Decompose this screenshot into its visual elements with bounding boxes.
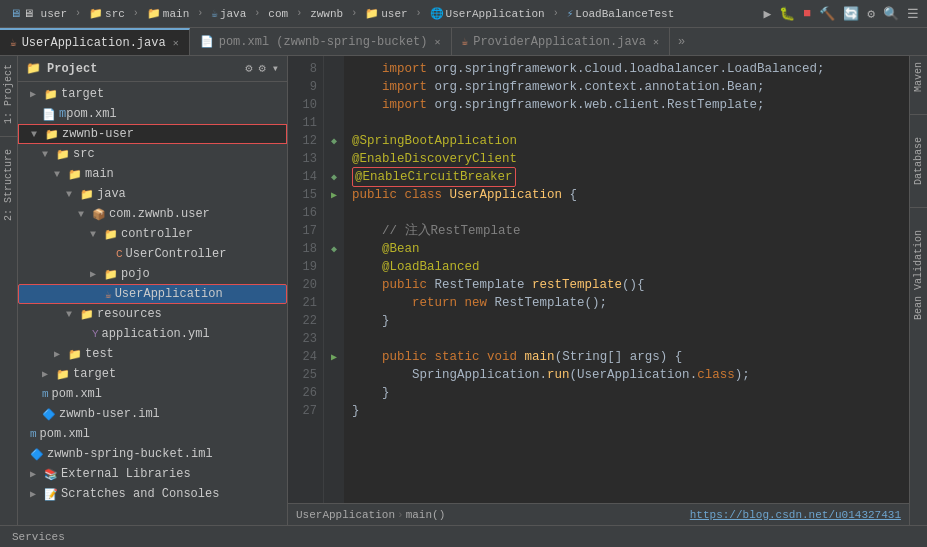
gutter-8 <box>324 60 344 78</box>
folder-ctrl-icon: 📁 <box>104 228 118 241</box>
ln-9: 9 <box>288 78 317 96</box>
sync-button[interactable]: 🔄 <box>841 4 861 24</box>
tree-item-java[interactable]: ▼ 📁 java <box>18 184 287 204</box>
ln-23: 23 <box>288 330 317 348</box>
tab-provider-application[interactable]: ☕ ProviderApplication.java ✕ <box>452 28 670 55</box>
toolbar-breadcrumb-java[interactable]: ☕ java <box>207 5 250 22</box>
structure-panel-label[interactable]: 2: Structure <box>3 149 14 221</box>
toolbar-breadcrumb-app[interactable]: 🌐 UserApplication <box>426 5 549 22</box>
yml-icon: Y <box>92 328 99 340</box>
tab-close-pom[interactable]: ✕ <box>435 36 441 48</box>
tree-item-zwwnb-user[interactable]: ▼ 📁 zwwnb-user <box>18 124 287 144</box>
ln-13: 13 <box>288 150 317 168</box>
services-tab[interactable]: Services <box>8 529 69 545</box>
tree-item-main[interactable]: ▼ 📁 main <box>18 164 287 184</box>
database-panel-label[interactable]: Database <box>913 137 924 185</box>
ln-21: 21 <box>288 294 317 312</box>
folder-pojo-icon: 📁 <box>104 268 118 281</box>
ln-8: 8 <box>288 60 317 78</box>
code-line-13: @EnableDiscoveryClient <box>352 150 901 168</box>
gutter-9 <box>324 78 344 96</box>
ln-27: 27 <box>288 402 317 420</box>
csdn-url[interactable]: https://blog.csdn.net/u014327431 <box>690 509 901 521</box>
code-line-22: } <box>352 312 901 330</box>
code-line-8: import org.springframework.cloud.loadbal… <box>352 60 901 78</box>
tab-close-provider[interactable]: ✕ <box>653 36 659 48</box>
editor-tab-bar: ☕ UserApplication.java ✕ 📄 pom.xml (zwwn… <box>0 28 927 56</box>
tab-pom-xml[interactable]: 📄 pom.xml (zwwnb-spring-bucket) ✕ <box>190 28 452 55</box>
toolbar-right-actions: ▶ 🐛 ■ 🔨 🔄 ⚙ 🔍 ☰ <box>762 4 921 24</box>
tree-item-usercontroller[interactable]: C UserController <box>18 244 287 264</box>
tree-item-bucket-iml[interactable]: 🔷 zwwnb-spring-bucket.iml <box>18 444 287 464</box>
tree-item-package[interactable]: ▼ 📦 com.zwwnb.user <box>18 204 287 224</box>
gutter-19 <box>324 258 344 276</box>
search-everywhere-button[interactable]: 🔍 <box>881 4 901 24</box>
gutter-12[interactable]: ◆ <box>324 132 344 150</box>
tree-item-pom2[interactable]: m pom.xml <box>18 384 287 404</box>
stop-button[interactable]: ■ <box>801 4 813 23</box>
expand-arrow9: ▼ <box>66 309 78 320</box>
tree-item-appyml[interactable]: Y application.yml <box>18 324 287 344</box>
gutter-15[interactable]: ▶ <box>324 186 344 204</box>
more-button[interactable]: ☰ <box>905 4 921 24</box>
code-line-15: public class UserApplication { <box>352 186 901 204</box>
gutter-17 <box>324 222 344 240</box>
xml-icon: 📄 <box>200 35 214 48</box>
expand-arrow7: ▼ <box>90 229 102 240</box>
sep2: › <box>133 8 139 19</box>
tab-user-application[interactable]: ☕ UserApplication.java ✕ <box>0 28 190 55</box>
toolbar-breadcrumb-com[interactable]: com <box>264 6 292 22</box>
tab-close-user-application[interactable]: ✕ <box>173 37 179 49</box>
tree-item-target1[interactable]: ▶ 📁 target <box>18 84 287 104</box>
ext-libs-icon: 📚 <box>44 468 58 481</box>
project-settings-btn[interactable]: ⚙ <box>245 61 252 76</box>
tree-item-src[interactable]: ▼ 📁 src <box>18 144 287 164</box>
tree-item-scratches[interactable]: ▶ 📝 Scratches and Consoles <box>18 484 287 504</box>
tree-item-userapplication[interactable]: ☕ UserApplication <box>18 284 287 304</box>
ln-22: 22 <box>288 312 317 330</box>
debug-button[interactable]: 🐛 <box>777 4 797 24</box>
code-line-16 <box>352 204 901 222</box>
ln-26: 26 <box>288 384 317 402</box>
build-button[interactable]: 🔨 <box>817 4 837 24</box>
xml-file-icon: 📄 <box>42 108 56 121</box>
code-line-27: } <box>352 402 901 420</box>
ln-11: 11 <box>288 114 317 132</box>
toolbar-breadcrumb-main[interactable]: 📁 main <box>143 5 193 22</box>
toolbar-breadcrumb-zwwnb[interactable]: zwwnb <box>306 6 347 22</box>
run-button[interactable]: ▶ <box>762 4 774 24</box>
project-panel-label[interactable]: 1: Project <box>3 64 14 124</box>
code-content[interactable]: import org.springframework.cloud.loadbal… <box>344 56 909 503</box>
tree-item-target2[interactable]: ▶ 📁 target <box>18 364 287 384</box>
code-line-20: public RestTemplate restTemplate(){ <box>352 276 901 294</box>
gutter-18[interactable]: ◆ <box>324 240 344 258</box>
bean-validation-panel-label[interactable]: Bean Validation <box>913 230 924 320</box>
tree-item-iml[interactable]: 🔷 zwwnb-user.iml <box>18 404 287 424</box>
folder-src-icon: 📁 <box>56 148 70 161</box>
tree-item-pojo[interactable]: ▶ 📁 pojo <box>18 264 287 284</box>
tree-item-ext-libs[interactable]: ▶ 📚 External Libraries <box>18 464 287 484</box>
tree-item-pom1[interactable]: 📄 m pom.xml <box>18 104 287 124</box>
maven-panel-label[interactable]: Maven <box>913 62 924 92</box>
tree-item-controller[interactable]: ▼ 📁 controller <box>18 224 287 244</box>
code-line-24: public static void main(String[] args) { <box>352 348 901 366</box>
project-collapse-btn[interactable]: ▾ <box>272 61 279 76</box>
ln-14: 14 <box>288 168 317 186</box>
sep7: › <box>416 8 422 19</box>
gutter-10 <box>324 96 344 114</box>
tree-item-pom-root[interactable]: m pom.xml <box>18 424 287 444</box>
toolbar-breadcrumb-src[interactable]: 📁 src <box>85 5 129 22</box>
gutter-14[interactable]: ◆ <box>324 168 344 186</box>
tab-more-button[interactable]: » <box>670 28 693 55</box>
ln-12: 12 <box>288 132 317 150</box>
gutter-24[interactable]: ▶ <box>324 348 344 366</box>
project-gear-btn[interactable]: ⚙ <box>259 61 266 76</box>
toolbar-breadcrumb-user[interactable]: 🖥 🖥 user <box>6 5 71 22</box>
ln-17: 17 <box>288 222 317 240</box>
toolbar-breadcrumb-user2[interactable]: 📁 user <box>361 5 411 22</box>
code-line-12: @SpringBootApplication <box>352 132 901 150</box>
settings-button[interactable]: ⚙ <box>865 4 877 24</box>
tree-item-resources[interactable]: ▼ 📁 resources <box>18 304 287 324</box>
tree-item-test[interactable]: ▶ 📁 test <box>18 344 287 364</box>
toolbar-breadcrumb-lb[interactable]: ⚡ LoadBalanceTest <box>563 5 679 22</box>
